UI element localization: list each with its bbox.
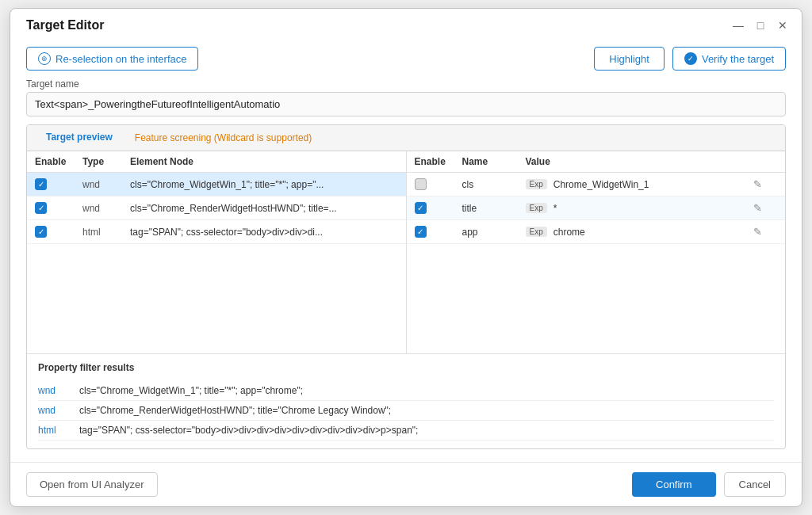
table-row[interactable]: ✓ title Exp * ✎	[407, 196, 786, 220]
titlebar: Target Editor — □ ✕	[10, 9, 802, 39]
footer: Open from UI Analyzer Confirm Cancel	[10, 462, 802, 506]
right-pane: Enable Name Value cls Exp Chrome_WidgetW…	[407, 151, 786, 353]
confirm-button[interactable]: Confirm	[632, 472, 716, 497]
target-name-section: Target name Text<span>_PoweringtheFuture…	[26, 78, 786, 116]
footer-right-buttons: Confirm Cancel	[632, 472, 786, 497]
row-checkbox[interactable]	[415, 178, 427, 190]
left-pane: Enable Type Element Node ✓ wnd cls="Chro…	[27, 151, 407, 353]
target-name-value: Text<span>_PoweringtheFutureofIntelligen…	[26, 92, 786, 116]
verify-check-icon: ✓	[684, 52, 697, 65]
window-controls: — □ ✕	[732, 19, 789, 32]
main-panel: Target preview Feature screening (Wildca…	[26, 124, 786, 449]
right-table-header: Enable Name Value	[407, 151, 786, 173]
left-table-body: ✓ wnd cls="Chrome_WidgetWin_1"; title="*…	[27, 173, 406, 353]
right-table-body: cls Exp Chrome_WidgetWin_1 ✎ ✓ title Ex	[407, 173, 786, 353]
value-cell: Exp *	[526, 203, 754, 214]
target-name-label: Target name	[26, 78, 786, 90]
filter-results-title: Property filter results	[38, 362, 774, 373]
reselect-icon: ⊕	[38, 52, 51, 65]
table-row[interactable]: ✓ html tag="SPAN"; css-selector="body>di…	[27, 220, 406, 244]
highlight-button[interactable]: Highlight	[594, 47, 665, 71]
edit-icon[interactable]: ✎	[753, 178, 777, 190]
top-right-buttons: Highlight ✓ Verify the target	[594, 47, 786, 71]
panel-tabs: Target preview Feature screening (Wildca…	[27, 125, 785, 151]
table-row[interactable]: ✓ wnd cls="Chrome_WidgetWin_1"; title="*…	[27, 173, 406, 196]
row-checkbox[interactable]: ✓	[415, 202, 427, 214]
reselect-button[interactable]: ⊕ Re-selection on the interface	[26, 47, 198, 71]
filter-row: html tag="SPAN"; css-selector="body>div>…	[38, 421, 774, 441]
tab-feature-screening: Feature screening (Wildcard is supported…	[124, 126, 323, 150]
verify-target-button[interactable]: ✓ Verify the target	[672, 47, 786, 71]
filter-row: wnd cls="Chrome_RenderWidgetHostHWND"; t…	[38, 401, 774, 421]
close-button[interactable]: ✕	[776, 19, 789, 32]
top-bar: ⊕ Re-selection on the interface Highligh…	[26, 47, 786, 71]
split-pane: Enable Type Element Node ✓ wnd cls="Chro…	[27, 151, 785, 353]
edit-icon[interactable]: ✎	[753, 202, 777, 214]
row-checkbox[interactable]: ✓	[35, 202, 47, 214]
table-row[interactable]: ✓ wnd cls="Chrome_RenderWidgetHostHWND";…	[27, 196, 406, 220]
open-analyzer-button[interactable]: Open from UI Analyzer	[26, 472, 158, 497]
tab-target-preview[interactable]: Target preview	[35, 125, 124, 151]
window-title: Target Editor	[26, 18, 104, 32]
table-row[interactable]: cls Exp Chrome_WidgetWin_1 ✎	[407, 173, 786, 196]
cancel-button[interactable]: Cancel	[724, 472, 786, 497]
left-table-header: Enable Type Element Node	[27, 151, 406, 173]
minimize-button[interactable]: —	[732, 19, 745, 32]
value-cell: Exp Chrome_WidgetWin_1	[526, 179, 754, 190]
filter-results-section: Property filter results wnd cls="Chrome_…	[27, 353, 785, 448]
row-checkbox[interactable]: ✓	[415, 226, 427, 238]
edit-icon[interactable]: ✎	[753, 226, 777, 238]
filter-row: wnd cls="Chrome_WidgetWin_1"; title="*";…	[38, 381, 774, 401]
table-row[interactable]: ✓ app Exp chrome ✎	[407, 220, 786, 244]
maximize-button[interactable]: □	[754, 19, 767, 32]
row-checkbox[interactable]: ✓	[35, 178, 47, 190]
target-editor-window: Target Editor — □ ✕ ⊕ Re-selection on th…	[10, 8, 802, 507]
value-cell: Exp chrome	[526, 227, 754, 238]
main-content: ⊕ Re-selection on the interface Highligh…	[10, 39, 802, 462]
row-checkbox[interactable]: ✓	[35, 226, 47, 238]
